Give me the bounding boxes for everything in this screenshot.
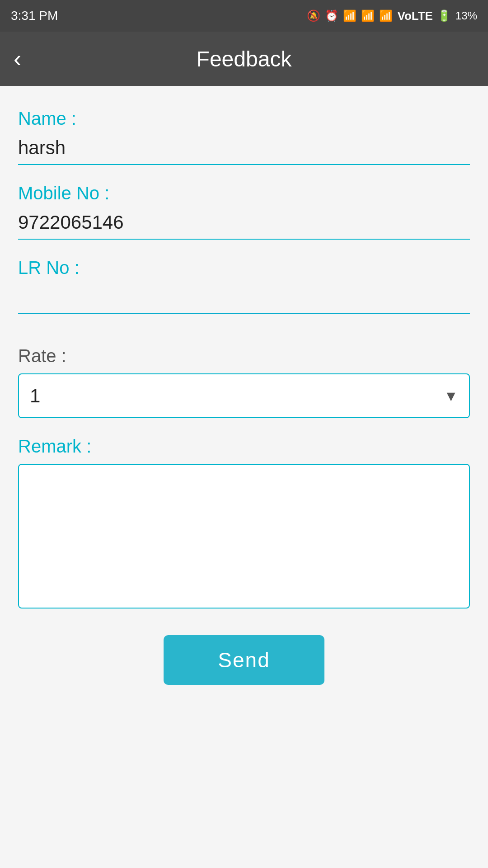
page-title: Feedback (197, 47, 292, 71)
rate-label: Rate : (18, 346, 470, 366)
mobile-field-group: Mobile No : (18, 183, 470, 240)
remark-label: Remark : (18, 436, 470, 457)
form-content: Name : Mobile No : LR No : Rate : 1 2 3 … (0, 86, 488, 868)
name-label: Name : (18, 108, 470, 129)
mobile-label: Mobile No : (18, 183, 470, 203)
rate-select[interactable]: 1 2 3 4 5 (19, 374, 469, 417)
status-bar: 3:31 PM 🔕 ⏰ 📶 📶 📶 VoLTE 🔋 13% (0, 0, 488, 32)
name-input[interactable] (18, 132, 470, 165)
battery-percent: 13% (455, 9, 477, 22)
back-button[interactable]: ‹ (14, 42, 30, 75)
wifi-icon: 📶 (343, 9, 357, 22)
status-icons: 🔕 ⏰ 📶 📶 📶 VoLTE 🔋 13% (307, 9, 477, 23)
status-time: 3:31 PM (11, 9, 58, 23)
mobile-input[interactable] (18, 207, 470, 240)
send-button-wrapper: Send (18, 635, 470, 685)
lr-input[interactable] (18, 282, 470, 314)
lr-label: LR No : (18, 258, 470, 278)
alarm-icon: ⏰ (325, 9, 338, 22)
bell-mute-icon: 🔕 (307, 9, 320, 22)
toolbar: ‹ Feedback (0, 32, 488, 86)
name-field-group: Name : (18, 108, 470, 165)
rate-select-wrapper: 1 2 3 4 5 ▼ (18, 373, 470, 418)
remark-field-group: Remark : (18, 436, 470, 613)
volte-label: VoLTE (397, 9, 432, 23)
remark-textarea[interactable] (18, 464, 470, 609)
send-button[interactable]: Send (164, 635, 324, 685)
signal-icon-1: 📶 (361, 9, 375, 22)
rate-field-group: Rate : 1 2 3 4 5 ▼ (18, 346, 470, 418)
lr-field-group: LR No : (18, 258, 470, 314)
battery-icon: 🔋 (437, 9, 451, 22)
signal-icon-2: 📶 (379, 9, 393, 22)
